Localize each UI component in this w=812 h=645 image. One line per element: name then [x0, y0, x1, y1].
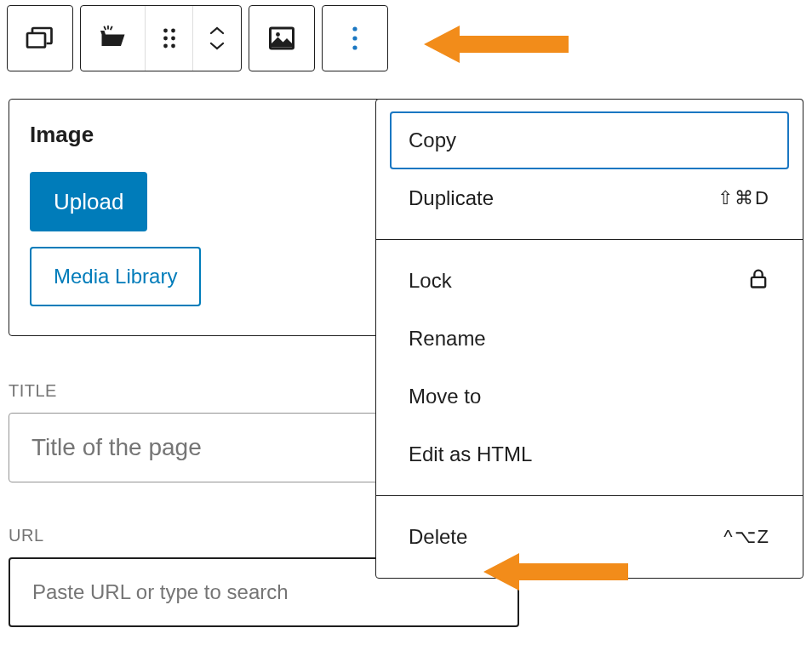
move-button[interactable]	[193, 6, 241, 71]
menu-move-to-label: Move to	[409, 385, 481, 408]
svg-rect-0	[27, 33, 45, 48]
menu-delete-shortcut: ^⌥Z	[723, 526, 770, 548]
svg-point-4	[171, 37, 175, 41]
menu-section-1: Copy Duplicate ⇧⌘D	[376, 100, 803, 240]
svg-point-11	[352, 45, 357, 49]
folder-button[interactable]	[81, 6, 146, 71]
toolbar-group-4	[322, 5, 388, 71]
menu-section-3: Delete ^⌥Z	[376, 496, 803, 578]
image-block-button[interactable]	[249, 6, 314, 71]
menu-rename[interactable]: Rename	[390, 310, 789, 368]
open-folder-icon	[98, 23, 129, 54]
svg-point-8	[276, 32, 280, 37]
menu-copy-label: Copy	[409, 128, 456, 152]
menu-duplicate-label: Duplicate	[409, 186, 494, 210]
toolbar-group-3	[249, 5, 315, 71]
svg-rect-13	[752, 277, 765, 288]
menu-lock[interactable]: Lock	[390, 252, 789, 310]
menu-move-to[interactable]: Move to	[390, 368, 789, 425]
vertical-dots-icon	[352, 26, 358, 51]
upload-button[interactable]: Upload	[30, 172, 147, 231]
menu-edit-html-label: Edit as HTML	[409, 442, 532, 466]
svg-point-6	[171, 44, 175, 49]
toolbar-group-1	[7, 5, 73, 71]
svg-point-9	[352, 26, 357, 31]
menu-delete-label: Delete	[409, 525, 467, 549]
block-options-menu: Copy Duplicate ⇧⌘D Lock Rename Move to E…	[375, 99, 803, 579]
menu-duplicate-shortcut: ⇧⌘D	[718, 187, 770, 209]
svg-point-10	[352, 36, 357, 40]
menu-lock-label: Lock	[409, 269, 452, 293]
block-type-button[interactable]	[8, 6, 72, 71]
block-toolbar	[0, 0, 812, 71]
svg-point-5	[163, 44, 168, 49]
svg-point-2	[171, 29, 175, 33]
menu-delete[interactable]: Delete ^⌥Z	[390, 508, 789, 566]
toolbar-group-2	[80, 5, 242, 71]
media-library-button[interactable]: Media Library	[30, 247, 201, 306]
lock-icon	[746, 266, 770, 295]
more-options-button[interactable]	[323, 6, 387, 71]
menu-edit-html[interactable]: Edit as HTML	[390, 425, 789, 483]
svg-point-1	[163, 29, 168, 33]
drag-handle-button[interactable]	[146, 6, 193, 71]
menu-copy[interactable]: Copy	[390, 111, 789, 169]
image-icon	[266, 23, 297, 54]
svg-point-3	[163, 37, 168, 41]
drag-handle-icon	[154, 23, 185, 54]
menu-rename-label: Rename	[409, 327, 486, 351]
menu-duplicate[interactable]: Duplicate ⇧⌘D	[390, 169, 789, 227]
chevron-down-icon	[207, 40, 227, 52]
chevron-up-icon	[207, 25, 227, 37]
menu-section-2: Lock Rename Move to Edit as HTML	[376, 240, 803, 496]
layers-icon	[25, 23, 55, 54]
